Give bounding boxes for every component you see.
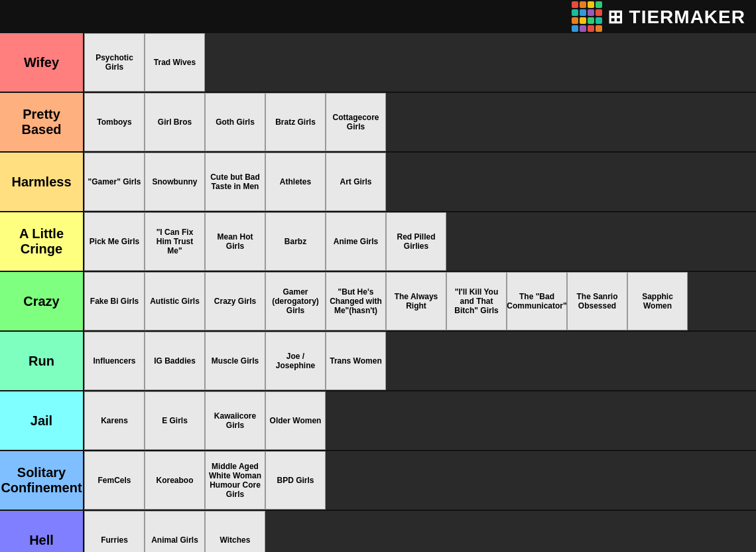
logo-maker: MAKeR (674, 7, 745, 27)
tier-item-jail-2[interactable]: Kawaiicore Girls (205, 391, 265, 450)
tier-item-crazy-0[interactable]: Fake Bi Girls (84, 272, 145, 330)
tier-item-hell-2[interactable]: Witches (205, 511, 265, 552)
tier-item-run-3[interactable]: Joe / Josephine (265, 332, 326, 390)
tier-item-a-little-cringe-2[interactable]: Mean Hot Girls (205, 212, 265, 271)
logo-cell-8 (572, 17, 578, 24)
tier-items-solitary-confinement: FemCelsKoreabooMiddle Aged White Woman H… (83, 451, 756, 510)
logo-tier: TiER (629, 7, 674, 27)
tier-items-crazy: Fake Bi GirlsAutistic GirlsCrazy GirlsGa… (83, 272, 756, 330)
tier-item-run-1[interactable]: IG Baddies (145, 332, 205, 390)
tier-item-solitary-confinement-1[interactable]: Koreaboo (145, 451, 205, 510)
tier-item-run-0[interactable]: Influencers (84, 332, 145, 390)
tier-item-crazy-7[interactable]: The "Bad Communicator" (507, 272, 567, 330)
tier-item-a-little-cringe-4[interactable]: Anime Girls (326, 212, 386, 271)
tier-item-wifey-0[interactable]: Psychotic Girls (84, 33, 145, 92)
tier-item-harmless-1[interactable]: Snowbunny (145, 153, 205, 211)
tier-item-crazy-3[interactable]: Gamer (derogatory) Girls (265, 272, 326, 330)
tier-item-harmless-3[interactable]: Athletes (265, 153, 326, 211)
tier-item-wifey-1[interactable]: Trad Wives (145, 33, 205, 92)
tier-row-run: RunInfluencersIG BaddiesMuscle GirlsJoe … (0, 332, 756, 391)
tier-item-solitary-confinement-3[interactable]: BPD Girls (265, 451, 326, 510)
tier-item-a-little-cringe-3[interactable]: Barbz (265, 212, 326, 271)
tier-item-harmless-2[interactable]: Cute but Bad Taste in Men (205, 153, 265, 211)
tier-item-solitary-confinement-2[interactable]: Middle Aged White Woman Humour Core Girl… (205, 451, 265, 510)
tier-label-crazy: Crazy (0, 272, 83, 330)
tier-item-crazy-6[interactable]: "I'll Kill You and That Bitch" Girls (446, 272, 507, 330)
tier-items-harmless: "Gamer" GirlsSnowbunnyCute but Bad Taste… (83, 153, 756, 211)
tier-row-hell: HellFurriesAnimal GirlsWitches (0, 511, 756, 552)
tier-item-pretty-based-0[interactable]: Tomboys (84, 93, 145, 151)
tier-items-hell: FurriesAnimal GirlsWitches (83, 511, 756, 552)
logo-cell-10 (588, 17, 594, 24)
tier-label-wifey: Wifey (0, 33, 83, 92)
tier-item-crazy-5[interactable]: The Always Right (386, 272, 446, 330)
tier-item-crazy-4[interactable]: "But He's Changed with Me"(hasn't) (326, 272, 386, 330)
header: ⊞ TiERMAKeR (0, 0, 756, 33)
logo-cell-11 (596, 17, 602, 24)
tier-item-solitary-confinement-0[interactable]: FemCels (84, 451, 145, 510)
logo-cell-5 (580, 9, 586, 16)
tier-item-jail-3[interactable]: Older Women (265, 391, 326, 450)
tier-item-crazy-9[interactable]: Sapphic Women (627, 272, 688, 330)
tier-label-jail: Jail (0, 391, 83, 450)
tier-item-jail-1[interactable]: E Girls (145, 391, 205, 450)
tier-item-pretty-based-1[interactable]: Girl Bros (145, 93, 205, 151)
tier-item-pretty-based-3[interactable]: Bratz Girls (265, 93, 326, 151)
logo-cell-2 (588, 1, 594, 8)
logo-text: ⊞ TiERMAKeR (607, 6, 745, 28)
tier-row-crazy: CrazyFake Bi GirlsAutistic GirlsCrazy Gi… (0, 272, 756, 332)
tier-row-wifey: WifeyPsychotic GirlsTrad Wives (0, 33, 756, 93)
tier-label-hell: Hell (0, 511, 83, 552)
tier-items-a-little-cringe: Pick Me Girls"I Can Fix Him Trust Me"Mea… (83, 212, 756, 271)
tier-row-a-little-cringe: A Little CringePick Me Girls"I Can Fix H… (0, 212, 756, 272)
logo-cell-6 (588, 9, 594, 16)
logo-cell-7 (596, 9, 602, 16)
tier-item-jail-0[interactable]: Karens (84, 391, 145, 450)
tier-item-run-4[interactable]: Trans Women (326, 332, 386, 390)
tier-row-jail: JailKarensE GirlsKawaiicore GirlsOlder W… (0, 391, 756, 451)
tier-list: WifeyPsychotic GirlsTrad WivesPretty Bas… (0, 33, 756, 552)
logo-cell-15 (596, 25, 602, 32)
tier-item-harmless-0[interactable]: "Gamer" Girls (84, 153, 145, 211)
logo-cell-9 (580, 17, 586, 24)
tier-item-crazy-8[interactable]: The Sanrio Obsessed (567, 272, 627, 330)
tier-label-harmless: Harmless (0, 153, 83, 211)
tier-item-a-little-cringe-0[interactable]: Pick Me Girls (84, 212, 145, 271)
tier-item-hell-0[interactable]: Furries (84, 511, 145, 552)
logo-cell-12 (572, 25, 578, 32)
tier-items-jail: KarensE GirlsKawaiicore GirlsOlder Women (83, 391, 756, 450)
tier-item-crazy-1[interactable]: Autistic Girls (145, 272, 205, 330)
tier-item-a-little-cringe-5[interactable]: Red Pilled Girlies (386, 212, 446, 271)
logo-cell-13 (580, 25, 586, 32)
logo-grid (572, 1, 602, 32)
tier-label-a-little-cringe: A Little Cringe (0, 212, 83, 271)
tier-item-harmless-4[interactable]: Art Girls (326, 153, 386, 211)
logo-cell-1 (580, 1, 586, 8)
tier-item-pretty-based-2[interactable]: Goth Girls (205, 93, 265, 151)
tier-items-pretty-based: TomboysGirl BrosGoth GirlsBratz GirlsCot… (83, 93, 756, 151)
logo-cell-0 (572, 1, 578, 8)
tier-row-harmless: Harmless"Gamer" GirlsSnowbunnyCute but B… (0, 153, 756, 212)
logo-cell-3 (596, 1, 602, 8)
tier-item-hell-1[interactable]: Animal Girls (145, 511, 205, 552)
tier-item-a-little-cringe-1[interactable]: "I Can Fix Him Trust Me" (145, 212, 205, 271)
logo-icon: ⊞ (607, 7, 629, 27)
tier-items-run: InfluencersIG BaddiesMuscle GirlsJoe / J… (83, 332, 756, 390)
tier-label-run: Run (0, 332, 83, 390)
tier-items-wifey: Psychotic GirlsTrad Wives (83, 33, 756, 92)
tier-item-pretty-based-4[interactable]: Cottagecore Girls (326, 93, 386, 151)
logo-cell-14 (588, 25, 594, 32)
tier-row-pretty-based: Pretty BasedTomboysGirl BrosGoth GirlsBr… (0, 93, 756, 153)
tier-item-crazy-2[interactable]: Crazy Girls (205, 272, 265, 330)
logo-cell-4 (572, 9, 578, 16)
tier-item-run-2[interactable]: Muscle Girls (205, 332, 265, 390)
tier-row-solitary-confinement: Solitary ConfinementFemCelsKoreabooMiddl… (0, 451, 756, 511)
tier-label-pretty-based: Pretty Based (0, 93, 83, 151)
tier-label-solitary-confinement: Solitary Confinement (0, 451, 83, 510)
tiermaker-logo: ⊞ TiERMAKeR (572, 1, 745, 32)
